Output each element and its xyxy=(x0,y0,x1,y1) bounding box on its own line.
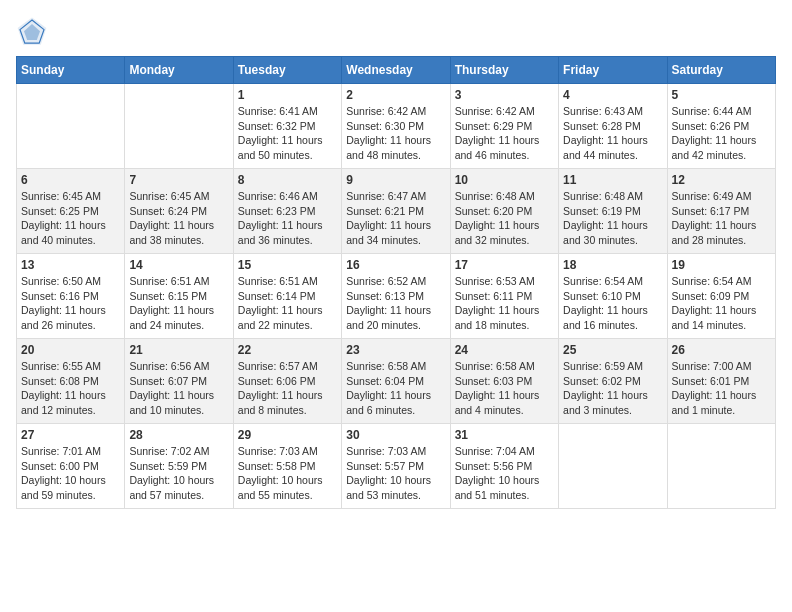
day-header-tuesday: Tuesday xyxy=(233,57,341,84)
day-info: Sunrise: 6:58 AMSunset: 6:03 PMDaylight:… xyxy=(455,359,554,418)
day-number: 2 xyxy=(346,88,445,102)
day-info: Sunrise: 7:02 AMSunset: 5:59 PMDaylight:… xyxy=(129,444,228,503)
calendar-cell: 7Sunrise: 6:45 AMSunset: 6:24 PMDaylight… xyxy=(125,169,233,254)
day-number: 14 xyxy=(129,258,228,272)
calendar-cell xyxy=(125,84,233,169)
calendar-cell: 23Sunrise: 6:58 AMSunset: 6:04 PMDayligh… xyxy=(342,339,450,424)
day-header-monday: Monday xyxy=(125,57,233,84)
day-info: Sunrise: 6:51 AMSunset: 6:14 PMDaylight:… xyxy=(238,274,337,333)
day-number: 19 xyxy=(672,258,771,272)
header-row: SundayMondayTuesdayWednesdayThursdayFrid… xyxy=(17,57,776,84)
calendar-cell: 14Sunrise: 6:51 AMSunset: 6:15 PMDayligh… xyxy=(125,254,233,339)
day-info: Sunrise: 6:54 AMSunset: 6:10 PMDaylight:… xyxy=(563,274,662,333)
calendar-cell: 27Sunrise: 7:01 AMSunset: 6:00 PMDayligh… xyxy=(17,424,125,509)
calendar-cell: 12Sunrise: 6:49 AMSunset: 6:17 PMDayligh… xyxy=(667,169,775,254)
day-number: 27 xyxy=(21,428,120,442)
day-number: 24 xyxy=(455,343,554,357)
day-number: 6 xyxy=(21,173,120,187)
day-number: 8 xyxy=(238,173,337,187)
day-number: 18 xyxy=(563,258,662,272)
calendar-cell: 31Sunrise: 7:04 AMSunset: 5:56 PMDayligh… xyxy=(450,424,558,509)
day-info: Sunrise: 6:57 AMSunset: 6:06 PMDaylight:… xyxy=(238,359,337,418)
calendar-cell: 25Sunrise: 6:59 AMSunset: 6:02 PMDayligh… xyxy=(559,339,667,424)
week-row-1: 1Sunrise: 6:41 AMSunset: 6:32 PMDaylight… xyxy=(17,84,776,169)
day-number: 16 xyxy=(346,258,445,272)
day-info: Sunrise: 7:03 AMSunset: 5:58 PMDaylight:… xyxy=(238,444,337,503)
calendar-cell xyxy=(559,424,667,509)
calendar-cell: 22Sunrise: 6:57 AMSunset: 6:06 PMDayligh… xyxy=(233,339,341,424)
calendar-cell: 1Sunrise: 6:41 AMSunset: 6:32 PMDaylight… xyxy=(233,84,341,169)
calendar-cell: 21Sunrise: 6:56 AMSunset: 6:07 PMDayligh… xyxy=(125,339,233,424)
day-number: 17 xyxy=(455,258,554,272)
day-info: Sunrise: 6:58 AMSunset: 6:04 PMDaylight:… xyxy=(346,359,445,418)
day-number: 23 xyxy=(346,343,445,357)
day-info: Sunrise: 6:49 AMSunset: 6:17 PMDaylight:… xyxy=(672,189,771,248)
calendar-cell: 9Sunrise: 6:47 AMSunset: 6:21 PMDaylight… xyxy=(342,169,450,254)
day-number: 13 xyxy=(21,258,120,272)
day-info: Sunrise: 6:52 AMSunset: 6:13 PMDaylight:… xyxy=(346,274,445,333)
calendar-cell: 4Sunrise: 6:43 AMSunset: 6:28 PMDaylight… xyxy=(559,84,667,169)
calendar-cell: 29Sunrise: 7:03 AMSunset: 5:58 PMDayligh… xyxy=(233,424,341,509)
calendar-table: SundayMondayTuesdayWednesdayThursdayFrid… xyxy=(16,56,776,509)
day-info: Sunrise: 6:48 AMSunset: 6:20 PMDaylight:… xyxy=(455,189,554,248)
day-number: 7 xyxy=(129,173,228,187)
calendar-cell: 3Sunrise: 6:42 AMSunset: 6:29 PMDaylight… xyxy=(450,84,558,169)
day-info: Sunrise: 6:46 AMSunset: 6:23 PMDaylight:… xyxy=(238,189,337,248)
calendar-cell: 16Sunrise: 6:52 AMSunset: 6:13 PMDayligh… xyxy=(342,254,450,339)
day-info: Sunrise: 6:45 AMSunset: 6:25 PMDaylight:… xyxy=(21,189,120,248)
day-number: 15 xyxy=(238,258,337,272)
week-row-5: 27Sunrise: 7:01 AMSunset: 6:00 PMDayligh… xyxy=(17,424,776,509)
day-info: Sunrise: 6:47 AMSunset: 6:21 PMDaylight:… xyxy=(346,189,445,248)
day-number: 9 xyxy=(346,173,445,187)
day-header-thursday: Thursday xyxy=(450,57,558,84)
week-row-3: 13Sunrise: 6:50 AMSunset: 6:16 PMDayligh… xyxy=(17,254,776,339)
day-info: Sunrise: 6:43 AMSunset: 6:28 PMDaylight:… xyxy=(563,104,662,163)
day-info: Sunrise: 6:53 AMSunset: 6:11 PMDaylight:… xyxy=(455,274,554,333)
day-info: Sunrise: 6:54 AMSunset: 6:09 PMDaylight:… xyxy=(672,274,771,333)
header xyxy=(16,16,776,48)
day-number: 3 xyxy=(455,88,554,102)
day-header-wednesday: Wednesday xyxy=(342,57,450,84)
day-info: Sunrise: 6:56 AMSunset: 6:07 PMDaylight:… xyxy=(129,359,228,418)
day-number: 28 xyxy=(129,428,228,442)
day-info: Sunrise: 7:03 AMSunset: 5:57 PMDaylight:… xyxy=(346,444,445,503)
day-info: Sunrise: 7:04 AMSunset: 5:56 PMDaylight:… xyxy=(455,444,554,503)
day-info: Sunrise: 7:00 AMSunset: 6:01 PMDaylight:… xyxy=(672,359,771,418)
calendar-cell: 24Sunrise: 6:58 AMSunset: 6:03 PMDayligh… xyxy=(450,339,558,424)
calendar-cell xyxy=(17,84,125,169)
calendar-cell: 19Sunrise: 6:54 AMSunset: 6:09 PMDayligh… xyxy=(667,254,775,339)
calendar-cell: 20Sunrise: 6:55 AMSunset: 6:08 PMDayligh… xyxy=(17,339,125,424)
day-header-friday: Friday xyxy=(559,57,667,84)
day-header-sunday: Sunday xyxy=(17,57,125,84)
day-number: 10 xyxy=(455,173,554,187)
day-info: Sunrise: 7:01 AMSunset: 6:00 PMDaylight:… xyxy=(21,444,120,503)
day-header-saturday: Saturday xyxy=(667,57,775,84)
calendar-cell: 28Sunrise: 7:02 AMSunset: 5:59 PMDayligh… xyxy=(125,424,233,509)
day-info: Sunrise: 6:51 AMSunset: 6:15 PMDaylight:… xyxy=(129,274,228,333)
calendar-cell: 13Sunrise: 6:50 AMSunset: 6:16 PMDayligh… xyxy=(17,254,125,339)
day-number: 21 xyxy=(129,343,228,357)
calendar-cell xyxy=(667,424,775,509)
day-info: Sunrise: 6:45 AMSunset: 6:24 PMDaylight:… xyxy=(129,189,228,248)
day-info: Sunrise: 6:59 AMSunset: 6:02 PMDaylight:… xyxy=(563,359,662,418)
day-info: Sunrise: 6:42 AMSunset: 6:29 PMDaylight:… xyxy=(455,104,554,163)
calendar-cell: 30Sunrise: 7:03 AMSunset: 5:57 PMDayligh… xyxy=(342,424,450,509)
day-info: Sunrise: 6:48 AMSunset: 6:19 PMDaylight:… xyxy=(563,189,662,248)
calendar-cell: 15Sunrise: 6:51 AMSunset: 6:14 PMDayligh… xyxy=(233,254,341,339)
day-info: Sunrise: 6:42 AMSunset: 6:30 PMDaylight:… xyxy=(346,104,445,163)
day-number: 4 xyxy=(563,88,662,102)
day-info: Sunrise: 6:55 AMSunset: 6:08 PMDaylight:… xyxy=(21,359,120,418)
day-number: 12 xyxy=(672,173,771,187)
day-number: 26 xyxy=(672,343,771,357)
day-number: 5 xyxy=(672,88,771,102)
day-number: 31 xyxy=(455,428,554,442)
calendar-cell: 18Sunrise: 6:54 AMSunset: 6:10 PMDayligh… xyxy=(559,254,667,339)
day-number: 30 xyxy=(346,428,445,442)
calendar-cell: 2Sunrise: 6:42 AMSunset: 6:30 PMDaylight… xyxy=(342,84,450,169)
week-row-2: 6Sunrise: 6:45 AMSunset: 6:25 PMDaylight… xyxy=(17,169,776,254)
calendar-cell: 6Sunrise: 6:45 AMSunset: 6:25 PMDaylight… xyxy=(17,169,125,254)
logo-icon xyxy=(16,16,48,48)
day-number: 20 xyxy=(21,343,120,357)
logo xyxy=(16,16,52,48)
day-info: Sunrise: 6:41 AMSunset: 6:32 PMDaylight:… xyxy=(238,104,337,163)
